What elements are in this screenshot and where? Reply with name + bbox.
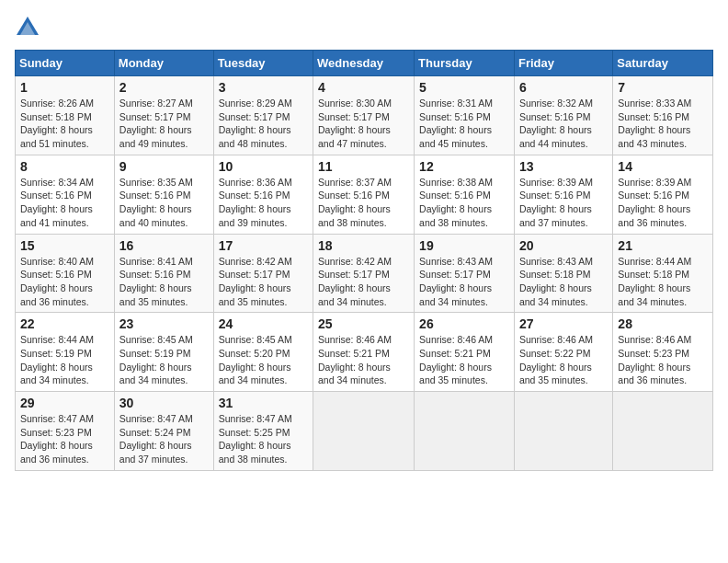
week-row-1: 1 Sunrise: 8:26 AM Sunset: 5:18 PM Dayli… (16, 76, 713, 155)
day-number: 16 (119, 238, 209, 253)
day-number: 15 (20, 238, 109, 253)
day-info: Sunrise: 8:39 AM Sunset: 5:16 PM Dayligh… (618, 176, 708, 230)
calendar-cell: 12 Sunrise: 8:38 AM Sunset: 5:16 PM Dayl… (415, 155, 515, 234)
day-info: Sunrise: 8:45 AM Sunset: 5:20 PM Dayligh… (219, 333, 308, 387)
week-row-4: 22 Sunrise: 8:44 AM Sunset: 5:19 PM Dayl… (16, 313, 713, 392)
day-info: Sunrise: 8:33 AM Sunset: 5:16 PM Dayligh… (618, 97, 708, 151)
day-info: Sunrise: 8:47 AM Sunset: 5:24 PM Dayligh… (119, 412, 209, 466)
calendar-cell: 13 Sunrise: 8:39 AM Sunset: 5:16 PM Dayl… (514, 155, 612, 234)
day-info: Sunrise: 8:44 AM Sunset: 5:18 PM Dayligh… (618, 255, 708, 309)
calendar-cell: 20 Sunrise: 8:43 AM Sunset: 5:18 PM Dayl… (514, 234, 612, 313)
calendar-cell (313, 392, 415, 471)
day-number: 5 (419, 80, 509, 95)
day-number: 29 (20, 396, 109, 410)
calendar-cell: 14 Sunrise: 8:39 AM Sunset: 5:16 PM Dayl… (613, 155, 713, 234)
day-number: 13 (519, 159, 608, 174)
day-info: Sunrise: 8:42 AM Sunset: 5:17 PM Dayligh… (318, 255, 409, 309)
logo-icon (15, 15, 40, 40)
day-number: 31 (219, 396, 308, 410)
day-info: Sunrise: 8:29 AM Sunset: 5:17 PM Dayligh… (219, 97, 308, 151)
day-info: Sunrise: 8:46 AM Sunset: 5:22 PM Dayligh… (519, 333, 608, 387)
day-number: 3 (219, 80, 308, 95)
calendar-cell: 31 Sunrise: 8:47 AM Sunset: 5:25 PM Dayl… (213, 392, 313, 471)
day-number: 1 (20, 80, 109, 95)
weekday-header-thursday: Thursday (415, 51, 515, 76)
day-info: Sunrise: 8:47 AM Sunset: 5:23 PM Dayligh… (20, 412, 109, 466)
calendar-table: SundayMondayTuesdayWednesdayThursdayFrid… (15, 50, 713, 471)
calendar-cell: 11 Sunrise: 8:37 AM Sunset: 5:16 PM Dayl… (313, 155, 415, 234)
calendar-cell: 18 Sunrise: 8:42 AM Sunset: 5:17 PM Dayl… (313, 234, 415, 313)
calendar-cell: 19 Sunrise: 8:43 AM Sunset: 5:17 PM Dayl… (415, 234, 515, 313)
week-row-3: 15 Sunrise: 8:40 AM Sunset: 5:16 PM Dayl… (16, 234, 713, 313)
day-number: 7 (618, 80, 708, 95)
calendar-cell (415, 392, 515, 471)
calendar-cell: 27 Sunrise: 8:46 AM Sunset: 5:22 PM Dayl… (514, 313, 612, 392)
day-info: Sunrise: 8:43 AM Sunset: 5:17 PM Dayligh… (419, 255, 509, 309)
calendar-cell: 28 Sunrise: 8:46 AM Sunset: 5:23 PM Dayl… (613, 313, 713, 392)
day-info: Sunrise: 8:32 AM Sunset: 5:16 PM Dayligh… (519, 97, 608, 151)
weekday-header-friday: Friday (514, 51, 612, 76)
weekday-header-monday: Monday (114, 51, 213, 76)
day-info: Sunrise: 8:30 AM Sunset: 5:17 PM Dayligh… (318, 97, 409, 151)
weekday-header-row: SundayMondayTuesdayWednesdayThursdayFrid… (16, 51, 713, 76)
day-number: 27 (519, 316, 608, 331)
day-number: 22 (20, 316, 109, 331)
day-info: Sunrise: 8:39 AM Sunset: 5:16 PM Dayligh… (519, 176, 608, 230)
day-info: Sunrise: 8:44 AM Sunset: 5:19 PM Dayligh… (20, 333, 109, 387)
day-info: Sunrise: 8:45 AM Sunset: 5:19 PM Dayligh… (119, 333, 209, 387)
calendar-cell (514, 392, 612, 471)
week-row-5: 29 Sunrise: 8:47 AM Sunset: 5:23 PM Dayl… (16, 392, 713, 471)
day-info: Sunrise: 8:26 AM Sunset: 5:18 PM Dayligh… (20, 97, 109, 151)
day-info: Sunrise: 8:31 AM Sunset: 5:16 PM Dayligh… (419, 97, 509, 151)
calendar-cell: 23 Sunrise: 8:45 AM Sunset: 5:19 PM Dayl… (114, 313, 213, 392)
day-number: 14 (618, 159, 708, 174)
calendar-cell: 30 Sunrise: 8:47 AM Sunset: 5:24 PM Dayl… (114, 392, 213, 471)
calendar-cell: 15 Sunrise: 8:40 AM Sunset: 5:16 PM Dayl… (16, 234, 115, 313)
calendar-cell (613, 392, 713, 471)
day-number: 8 (20, 159, 109, 174)
day-number: 2 (119, 80, 209, 95)
day-info: Sunrise: 8:43 AM Sunset: 5:18 PM Dayligh… (519, 255, 608, 309)
day-number: 6 (519, 80, 608, 95)
day-number: 28 (618, 316, 708, 331)
day-number: 18 (318, 238, 409, 253)
calendar-cell: 3 Sunrise: 8:29 AM Sunset: 5:17 PM Dayli… (213, 76, 313, 155)
day-info: Sunrise: 8:37 AM Sunset: 5:16 PM Dayligh… (318, 176, 409, 230)
day-number: 26 (419, 316, 509, 331)
day-info: Sunrise: 8:35 AM Sunset: 5:16 PM Dayligh… (119, 176, 209, 230)
calendar-cell: 6 Sunrise: 8:32 AM Sunset: 5:16 PM Dayli… (514, 76, 612, 155)
week-row-2: 8 Sunrise: 8:34 AM Sunset: 5:16 PM Dayli… (16, 155, 713, 234)
weekday-header-tuesday: Tuesday (213, 51, 313, 76)
day-number: 10 (219, 159, 308, 174)
day-info: Sunrise: 8:46 AM Sunset: 5:23 PM Dayligh… (618, 333, 708, 387)
calendar-cell: 16 Sunrise: 8:41 AM Sunset: 5:16 PM Dayl… (114, 234, 213, 313)
logo (15, 15, 44, 40)
calendar-cell: 17 Sunrise: 8:42 AM Sunset: 5:17 PM Dayl… (213, 234, 313, 313)
day-info: Sunrise: 8:34 AM Sunset: 5:16 PM Dayligh… (20, 176, 109, 230)
day-info: Sunrise: 8:46 AM Sunset: 5:21 PM Dayligh… (318, 333, 409, 387)
day-number: 12 (419, 159, 509, 174)
day-number: 4 (318, 80, 409, 95)
day-number: 24 (219, 316, 308, 331)
day-number: 20 (519, 238, 608, 253)
calendar-cell: 24 Sunrise: 8:45 AM Sunset: 5:20 PM Dayl… (213, 313, 313, 392)
calendar-cell: 4 Sunrise: 8:30 AM Sunset: 5:17 PM Dayli… (313, 76, 415, 155)
calendar-cell: 29 Sunrise: 8:47 AM Sunset: 5:23 PM Dayl… (16, 392, 115, 471)
day-info: Sunrise: 8:41 AM Sunset: 5:16 PM Dayligh… (119, 255, 209, 309)
calendar-cell: 25 Sunrise: 8:46 AM Sunset: 5:21 PM Dayl… (313, 313, 415, 392)
calendar-cell: 22 Sunrise: 8:44 AM Sunset: 5:19 PM Dayl… (16, 313, 115, 392)
day-number: 30 (119, 396, 209, 410)
calendar-cell: 2 Sunrise: 8:27 AM Sunset: 5:17 PM Dayli… (114, 76, 213, 155)
weekday-header-wednesday: Wednesday (313, 51, 415, 76)
day-info: Sunrise: 8:42 AM Sunset: 5:17 PM Dayligh… (219, 255, 308, 309)
calendar-cell: 5 Sunrise: 8:31 AM Sunset: 5:16 PM Dayli… (415, 76, 515, 155)
day-info: Sunrise: 8:38 AM Sunset: 5:16 PM Dayligh… (419, 176, 509, 230)
day-info: Sunrise: 8:40 AM Sunset: 5:16 PM Dayligh… (20, 255, 109, 309)
day-info: Sunrise: 8:27 AM Sunset: 5:17 PM Dayligh… (119, 97, 209, 151)
calendar-cell: 26 Sunrise: 8:46 AM Sunset: 5:21 PM Dayl… (415, 313, 515, 392)
calendar-cell: 8 Sunrise: 8:34 AM Sunset: 5:16 PM Dayli… (16, 155, 115, 234)
day-info: Sunrise: 8:46 AM Sunset: 5:21 PM Dayligh… (419, 333, 509, 387)
weekday-header-sunday: Sunday (16, 51, 115, 76)
day-info: Sunrise: 8:47 AM Sunset: 5:25 PM Dayligh… (219, 412, 308, 466)
day-number: 11 (318, 159, 409, 174)
